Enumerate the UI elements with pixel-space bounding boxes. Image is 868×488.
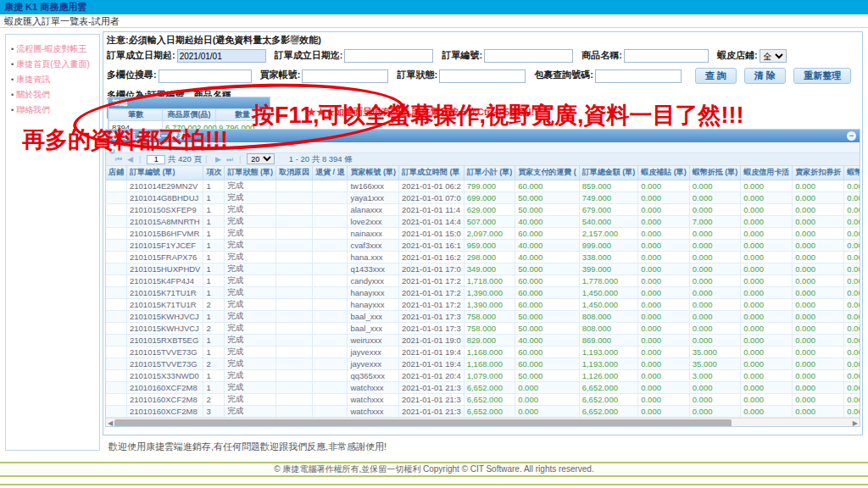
table-row[interactable]: 21010150SXFEP91完成alanaxxx2021-01-01 11:4… [106,203,860,215]
table-cell [275,310,312,322]
refresh-button[interactable]: 重新整理 [793,68,851,84]
table-cell: 0.000 [844,215,860,227]
table-cell [312,393,348,405]
table-row[interactable]: 2101015TVVE73G2完成jayvexxx2021-01-01 19:4… [106,358,860,369]
table-cell: 完成 [225,298,276,310]
table-cell [275,286,312,298]
table-cell: 0.000 [741,274,793,286]
column-header-13[interactable]: 蝦皮信用卡活 [741,166,793,180]
table-cell: 0.000 [689,405,741,417]
date-to-input[interactable] [344,49,433,63]
column-header-2[interactable]: 項次 [203,166,225,180]
table-row[interactable]: 2101014G8BHDUJ1完成yaya1xxx2021-01-01 07:0… [106,191,860,203]
table-cell [106,298,127,310]
last-page-icon[interactable]: ⏭ [226,155,233,164]
column-header-4[interactable]: 取消原因 [275,166,312,180]
column-header-7[interactable]: 訂單成立時間 (單 [398,166,464,180]
table-cell: 50.000 [515,310,580,322]
table-row[interactable]: 21010160XCF2M81完成watchxxx2021-01-01 21:3… [106,381,860,393]
table-cell: 0.000 [844,358,860,369]
table-row[interactable]: 2101015KWHJVCJ1完成baal_xxx2021-01-01 17:3… [106,310,860,322]
table-cell: 2101014G8BHDUJ [127,191,203,203]
column-header-1[interactable]: 訂單編號 (單) [127,166,203,180]
table-row[interactable]: 2101015KWHJVCJ2完成baal_xxx2021-01-01 17:3… [106,322,860,334]
column-header-11[interactable]: 蝦皮補貼 (單) [638,166,690,180]
first-page-icon[interactable]: ⏮ [115,155,122,164]
sidebar-link-1[interactable]: 康捷首頁(登入畫面) [16,59,90,69]
table-cell: 60.000 [515,358,580,369]
page-number-input-top[interactable] [147,155,165,164]
table-cell: 1,390.000 [464,286,515,298]
table-row[interactable]: 2101014E29MN2V1完成tw166xxx2021-01-01 06:2… [106,180,860,191]
search-button[interactable]: 查 詢 [695,68,737,84]
table-cell: watchxxx [348,405,399,417]
table-cell: 507.000 [464,215,515,227]
table-row[interactable]: 21010160XCF2M82完成watchxxx2021-01-01 21:3… [106,393,860,405]
sidebar-link-0[interactable]: 流程圖-蝦皮對帳王 [16,44,86,53]
table-cell: 1 [203,310,225,322]
column-header-3[interactable]: 訂單狀態 (單) [225,166,276,180]
table-row[interactable]: 2101015B6HFVMR1完成nainaxxx2021-01-01 15:0… [106,227,860,239]
clear-button[interactable]: 清 除 [744,68,786,84]
table-cell: 2101015KWHJVCJ [127,322,203,334]
table-cell [312,251,348,263]
column-header-12[interactable]: 蝦幣折抵 (單) [689,166,741,180]
scroll-left-icon[interactable]: ◀ [108,419,113,428]
multi-search-input[interactable] [159,69,252,83]
scrollbar-thumb[interactable] [114,419,732,427]
table-cell: 349.000 [464,263,515,274]
column-header-14[interactable]: 賣家折扣券折 [793,166,844,180]
sidebar-link-2[interactable]: 康捷資訊 [16,75,50,84]
table-row[interactable]: 2101015F1YJCEF1完成cvaf3xxx2021-01-01 16:1… [106,239,860,251]
table-row[interactable]: 2101015RXBT5EG1完成weiruxxx2021-01-01 19:0… [106,334,860,346]
table-row[interactable]: 2101015K71TU1R1完成hanayxxx2021-01-01 17:2… [106,286,860,298]
sidebar-link-3[interactable]: 關於我們 [16,90,50,99]
table-row[interactable]: 2101015FRAPX761完成hana.xxx2021-01-01 16:2… [106,251,860,263]
sidebar: •流程圖-蝦皮對帳王•康捷首頁(登入畫面)•康捷資訊•關於我們•聯絡我們 [5,34,100,451]
package-label: 包裹查詢號碼: [534,69,593,80]
order-no-input[interactable] [484,49,573,63]
table-row[interactable]: 2101015K71TU1R2完成hanayxxx2021-01-01 17:2… [106,298,860,310]
column-header-6[interactable]: 買家帳號 (單) [348,166,399,180]
sidebar-link-4[interactable]: 聯絡我們 [16,105,50,114]
horizontal-scrollbar[interactable]: ◀ ▶ [106,418,860,428]
table-cell: 2021-01-01 19:4 [398,346,464,358]
table-cell: 完成 [225,369,276,381]
column-header-8[interactable]: 訂單小計 (單) [464,166,515,180]
table-cell: alanaxxx [348,203,399,215]
table-row[interactable]: 2101015HUXPHDV1完成q1433xxx2021-01-01 17:0… [106,263,860,274]
package-input[interactable] [595,69,682,83]
table-cell: 1 [203,286,225,298]
column-header-9[interactable]: 買家支付的運費 ( [515,166,580,180]
table-row[interactable]: 2101015K4FP4J41完成candyxxx2021-01-01 17:2… [106,274,860,286]
table-cell: 540.000 [579,215,638,227]
table-row[interactable]: 2101015TVVE73G1完成jayvexxx2021-01-01 19:4… [106,346,860,358]
buyer-input[interactable] [302,69,388,83]
page-size-select-top[interactable]: 20 [247,153,275,164]
table-row[interactable]: 2101015A8MNRTH1完成love2xxx2021-01-01 14:4… [106,215,860,227]
table-cell [106,358,127,369]
date-from-input[interactable] [177,49,266,63]
totals-header-row: 筆數商品原價(品)數量 [109,109,270,121]
table-cell: 0.000 [741,215,793,227]
table-cell: 0.000 [638,180,690,191]
order-status-input[interactable] [439,69,526,83]
product-name-input[interactable] [624,49,709,63]
shop-select[interactable]: 全 [760,49,787,63]
column-header-0[interactable]: 店鋪 [106,166,127,180]
prev-page-icon[interactable]: ◀ [127,155,133,164]
column-header-15[interactable]: 蝦幣回饋券 [844,166,860,180]
column-header-5[interactable]: 退貨 / 退 [312,166,348,180]
sidebar-item: •流程圖-蝦皮對帳王 [11,42,97,57]
next-page-icon[interactable]: ▶ [215,155,221,164]
welcome-message: 歡迎使用康捷雲端進銷存,有任何問題歡迎跟我們反應,非常感謝使用! [108,441,387,453]
main-panel: 注意:必須輸入日期起始日(避免資料量太多影響效能) 訂單成立日期起: 訂單成立日… [103,31,863,435]
scroll-right-icon[interactable]: ▶ [853,419,858,428]
collapse-icon[interactable]: − [847,131,856,141]
table-row[interactable]: 2101015X33NWD01完成qq365xxx2021-01-01 20:4… [106,369,860,381]
table-row[interactable]: 21010160XCF2M83完成watchxxx2021-01-01 21:3… [106,405,860,417]
column-header-10[interactable]: 訂單總金額 (單) [579,166,638,180]
table-cell: 0.000 [638,286,690,298]
table-cell [275,334,312,346]
table-cell: 0.000 [515,393,580,405]
